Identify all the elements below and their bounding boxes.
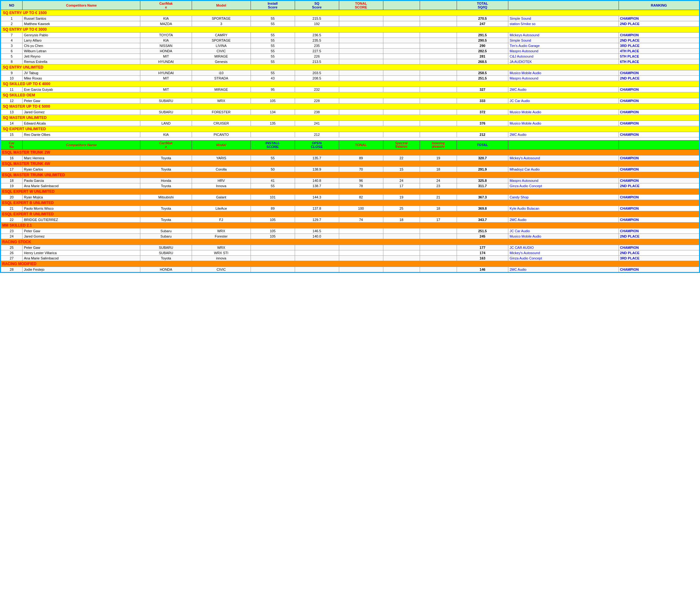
cell: Jodie Festejo xyxy=(22,267,140,273)
cell: JA AUDIOTEK xyxy=(508,59,619,64)
cell xyxy=(339,43,383,49)
cell: JC CAR AUDIO xyxy=(508,245,619,251)
cell xyxy=(383,251,420,256)
table-row: 17Ryan CarlosToyotaCorolla50138.97015182… xyxy=(1,167,700,172)
cell xyxy=(420,267,457,273)
table-row: 19Ana Marie SalimbacodToyotaInnova55138.… xyxy=(1,183,700,189)
cell: Musico Mobile Audio xyxy=(508,234,619,239)
table-divider xyxy=(1,138,700,141)
table1-header: NO Competitors Name Car/Make Model Insta… xyxy=(1,1,700,10)
cell: 27 xyxy=(1,256,22,261)
cell: CHAMPION xyxy=(619,206,699,211)
cell: FORESTER xyxy=(192,110,251,115)
cell: 163 xyxy=(457,256,508,261)
cell: Simple Sound xyxy=(508,38,619,43)
cell xyxy=(383,21,420,27)
cell: 146.5 xyxy=(295,228,339,234)
cell: CIVIC xyxy=(192,49,251,54)
cell: 5 xyxy=(1,54,22,59)
table-row: 13Jared GomezSUBARUFORESTER134238372Musi… xyxy=(1,110,700,115)
cell xyxy=(339,59,383,64)
col-install: InstallScore xyxy=(251,1,295,10)
cell: 268.5 xyxy=(457,59,508,64)
cell: 17 xyxy=(420,217,457,223)
cell: YARIS xyxy=(192,156,251,161)
cell: Maspro Autosound xyxy=(508,49,619,54)
cell: NISSAN xyxy=(140,43,192,49)
cell: 15 xyxy=(1,132,22,138)
cell: 192 xyxy=(295,21,339,27)
section-header-row: SQ MASTER UNLIMITED xyxy=(1,115,700,121)
cell: 19 xyxy=(420,156,457,161)
cell: Paolo Morris Wisco xyxy=(22,206,140,211)
cell: 291.5 xyxy=(457,33,508,38)
cell xyxy=(420,43,457,49)
cell xyxy=(383,245,420,251)
cell: LAND xyxy=(140,121,192,126)
cell: Galant xyxy=(192,195,251,200)
cell: 140.0 xyxy=(295,234,339,239)
cell xyxy=(383,132,420,138)
cell: Larry Alfaro xyxy=(22,38,140,43)
cell: 134 xyxy=(251,110,295,115)
cell: C&J Autosound xyxy=(508,54,619,59)
cell: CHAMPION xyxy=(619,33,699,38)
table-row: 16Marc HerreraToyotaYARIS55135.789221932… xyxy=(1,156,700,161)
col-carmake: Car/Make xyxy=(140,1,192,10)
cell: 95 xyxy=(251,87,295,92)
cell: 2MC Audio xyxy=(508,132,619,138)
col2-install: INSTALLSCORE xyxy=(251,141,295,149)
section-header-row: ESQL MASTER TRUNK 4W xyxy=(1,161,700,167)
cell: Musico Mobile Audio xyxy=(508,70,619,76)
cell: Ryan Mojica xyxy=(22,195,140,200)
cell xyxy=(339,16,383,21)
cell xyxy=(339,98,383,103)
cell: 227.5 xyxy=(295,49,339,54)
cell xyxy=(420,87,457,92)
cell: 208.5 xyxy=(295,76,339,81)
cell: 290.5 xyxy=(457,38,508,43)
cell xyxy=(383,33,420,38)
cell xyxy=(383,70,420,76)
cell: 21 xyxy=(420,195,457,200)
cell: Peter Gaw xyxy=(22,98,140,103)
cell: MIT xyxy=(140,54,192,59)
cell: 144.3 xyxy=(295,195,339,200)
table-row: 8Remus EstrellaHYUNDAIGenesis55213.5268.… xyxy=(1,59,700,64)
cell: 24 xyxy=(383,178,420,183)
cell: 21 xyxy=(1,206,22,211)
cell: 8 xyxy=(1,59,22,64)
col-competitors: Competitors Name xyxy=(22,1,140,10)
section-header-row: SQ ENTRY UP TO € 3000 xyxy=(1,27,700,33)
cell: 247 xyxy=(457,21,508,27)
cell: 228 xyxy=(295,98,339,103)
cell: 137.8 xyxy=(295,206,339,211)
section-header-row: SQ ENTRY UP TO € 1500 xyxy=(1,10,700,16)
cell: HYUNDAI xyxy=(140,70,192,76)
cell: 2ND PLACE xyxy=(619,38,699,43)
cell: 1 xyxy=(1,16,22,21)
cell: 105 xyxy=(251,228,295,234)
cell: innova xyxy=(192,256,251,261)
cell: WRX xyxy=(192,228,251,234)
cell: 2ND PLACE xyxy=(619,183,699,189)
cell: Innova xyxy=(192,183,251,189)
cell: KIA xyxy=(140,38,192,43)
cell: 82 xyxy=(339,195,383,200)
cell xyxy=(420,110,457,115)
cell: CHAMPION xyxy=(619,228,699,234)
cell: 55 xyxy=(251,59,295,64)
cell: WRX STI xyxy=(192,251,251,256)
section-label: ESQL EXPERT W UNLIMITED xyxy=(1,189,700,195)
cell: Simple Sound xyxy=(508,16,619,21)
cell xyxy=(339,251,383,256)
cell: 55 xyxy=(251,16,295,21)
section-label: SQ ENTRY UP TO € 1500 xyxy=(1,10,700,16)
cell: SPORTAGE xyxy=(192,38,251,43)
section-label: SQ ENTRY UNLIMITED xyxy=(1,64,700,70)
cell: 20 xyxy=(1,195,22,200)
cell xyxy=(420,59,457,64)
cell: Toyota xyxy=(140,217,192,223)
cell xyxy=(420,49,457,54)
col-shop xyxy=(508,1,619,10)
